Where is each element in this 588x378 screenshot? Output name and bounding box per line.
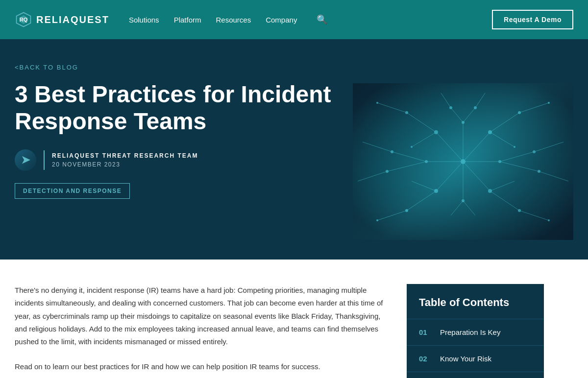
toc-list: 01 Preparation Is Key 02 Know Your Risk … xyxy=(407,319,544,378)
svg-point-54 xyxy=(405,209,408,212)
svg-point-47 xyxy=(514,146,515,148)
content-section: There's no denying it, incident response… xyxy=(0,260,588,378)
author-divider xyxy=(44,150,45,170)
toc-num-1: 01 xyxy=(419,328,433,336)
svg-point-53 xyxy=(518,209,521,212)
nav-company[interactable]: Company xyxy=(266,16,297,24)
avatar-symbol: ➤ xyxy=(21,154,30,166)
toc-title: Table of Contents xyxy=(407,284,544,319)
svg-point-42 xyxy=(425,160,428,163)
svg-point-50 xyxy=(391,150,393,153)
svg-point-62 xyxy=(376,219,378,221)
svg-point-48 xyxy=(411,146,413,148)
main-nav: Solutions Platform Resources Company xyxy=(129,16,297,24)
nav-solutions[interactable]: Solutions xyxy=(129,16,159,24)
toc-label-1: Preparation Is Key xyxy=(440,328,500,336)
svg-point-51 xyxy=(538,170,540,173)
hero-section: <BACK TO BLOG 3 Best Practices for Incid… xyxy=(0,39,588,260)
toc-sidebar: Table of Contents 01 Preparation Is Key … xyxy=(407,284,544,378)
hero-content: <BACK TO BLOG 3 Best Practices for Incid… xyxy=(15,59,338,199)
main-content: There's no denying it, incident response… xyxy=(15,284,387,378)
toc-label-2: Know Your Risk xyxy=(440,354,491,363)
toc-item-1[interactable]: 01 Preparation Is Key xyxy=(407,319,544,345)
author-info: RELIAQUEST THREAT RESEARCH TEAM 20 NOVEM… xyxy=(52,152,198,168)
svg-point-43 xyxy=(488,189,492,193)
svg-point-46 xyxy=(405,111,408,114)
hero-title: 3 Best Practices for Incident Response T… xyxy=(15,81,338,135)
avatar: ➤ xyxy=(15,149,36,171)
svg-text:RQ: RQ xyxy=(20,17,27,23)
header: RQ RELIAQUEST Solutions Platform Resourc… xyxy=(0,0,588,39)
header-right: Request A Demo xyxy=(492,10,573,29)
hero-image xyxy=(353,83,573,240)
svg-point-45 xyxy=(518,111,521,114)
svg-point-38 xyxy=(461,159,466,164)
content-paragraph-2: Read on to learn our best practices for … xyxy=(15,360,387,373)
toc-item-3[interactable]: 03 Count the Numbers xyxy=(407,372,544,378)
back-to-blog-link[interactable]: <BACK TO BLOG xyxy=(15,64,338,71)
svg-point-55 xyxy=(462,121,465,124)
svg-point-41 xyxy=(498,160,501,163)
toc-num-2: 02 xyxy=(419,354,433,363)
toc-item-2[interactable]: 02 Know Your Risk xyxy=(407,345,544,372)
author-section: ➤ RELIAQUEST THREAT RESEARCH TEAM 20 NOV… xyxy=(15,149,338,171)
svg-point-44 xyxy=(434,189,438,193)
search-icon[interactable]: 🔍 xyxy=(317,14,327,25)
logo: RQ RELIAQUEST xyxy=(15,11,109,28)
content-paragraph-1: There's no denying it, incident response… xyxy=(15,284,387,348)
svg-point-49 xyxy=(533,150,536,153)
circuit-svg xyxy=(353,83,573,240)
request-demo-button[interactable]: Request A Demo xyxy=(492,10,573,29)
nav-platform[interactable]: Platform xyxy=(174,16,201,24)
author-date: 20 NOVEMBER 2023 xyxy=(52,161,198,168)
svg-point-40 xyxy=(434,130,438,134)
author-name: RELIAQUEST THREAT RESEARCH TEAM xyxy=(52,152,198,159)
logo-text: RELIAQUEST xyxy=(36,14,109,25)
svg-point-58 xyxy=(474,106,477,109)
logo-icon: RQ xyxy=(15,11,32,28)
svg-point-61 xyxy=(548,219,550,221)
svg-point-52 xyxy=(386,170,389,173)
header-left: RQ RELIAQUEST Solutions Platform Resourc… xyxy=(15,11,327,28)
nav-resources[interactable]: Resources xyxy=(216,16,251,24)
svg-point-57 xyxy=(449,106,452,109)
svg-point-59 xyxy=(548,102,550,104)
svg-point-56 xyxy=(462,199,465,202)
tag-button[interactable]: DETECTION AND RESPONSE xyxy=(15,183,130,199)
svg-point-60 xyxy=(376,102,378,104)
svg-point-39 xyxy=(488,130,492,134)
